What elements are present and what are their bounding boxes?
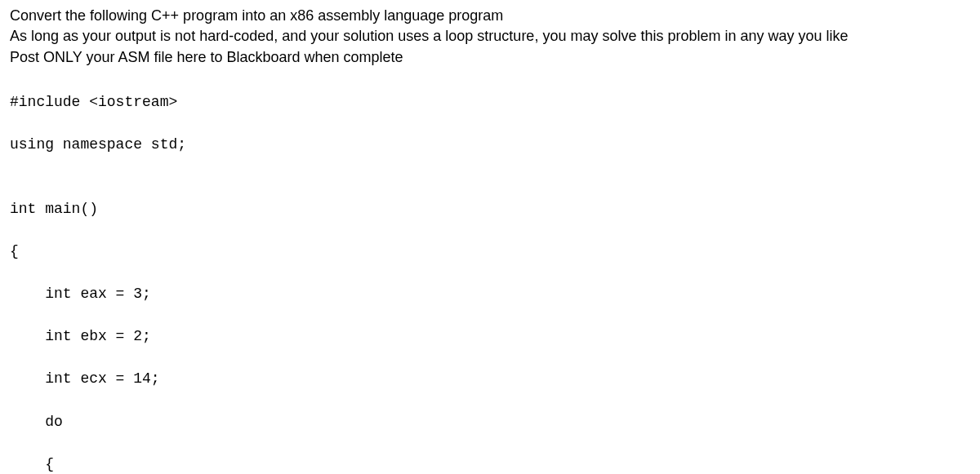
code-line: int main() — [10, 198, 970, 219]
code-line: int ebx = 2; — [10, 326, 970, 347]
instruction-line-2: As long as your output is not hard-coded… — [10, 27, 970, 46]
instruction-line-1: Convert the following C++ program into a… — [10, 7, 970, 25]
code-line: int eax = 3; — [10, 283, 970, 304]
instruction-line-3: Post ONLY your ASM file here to Blackboa… — [10, 48, 970, 67]
code-line: int ecx = 14; — [10, 368, 970, 389]
code-line: { — [10, 454, 970, 474]
code-line: using namespace std; — [10, 134, 970, 155]
code-block: #include <iostream> using namespace std;… — [10, 70, 970, 474]
code-line: do — [10, 411, 970, 432]
code-line: { — [10, 241, 970, 262]
code-line: #include <iostream> — [10, 91, 970, 113]
